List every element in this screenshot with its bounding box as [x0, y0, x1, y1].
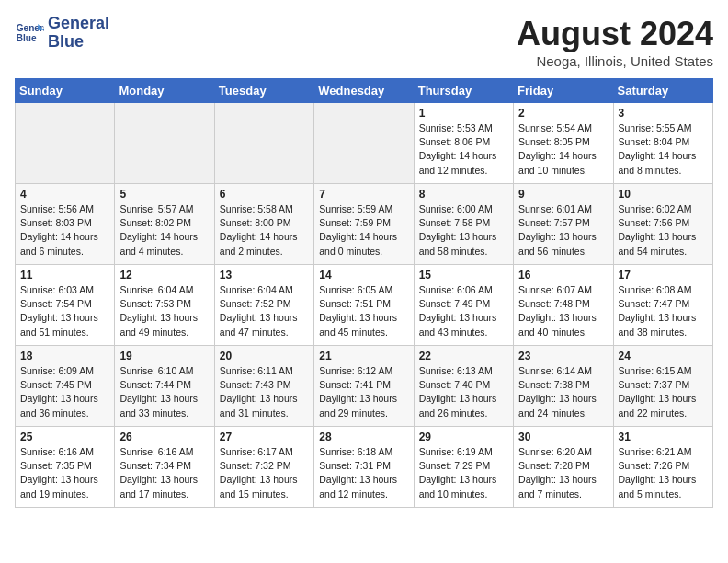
- calendar-cell: 3Sunrise: 5:55 AMSunset: 8:04 PMDaylight…: [613, 103, 712, 184]
- calendar-cell: 23Sunrise: 6:14 AMSunset: 7:38 PMDayligh…: [514, 346, 613, 427]
- day-number: 6: [220, 188, 309, 201]
- cell-text: Sunrise: 6:18 AMSunset: 7:31 PMDaylight:…: [319, 445, 408, 501]
- cell-text: Sunrise: 6:10 AMSunset: 7:44 PMDaylight:…: [119, 364, 209, 420]
- calendar-body: 1Sunrise: 5:53 AMSunset: 8:06 PMDaylight…: [16, 103, 713, 508]
- column-header-monday: Monday: [115, 79, 214, 103]
- cell-text: Sunrise: 6:05 AMSunset: 7:51 PMDaylight:…: [319, 283, 408, 339]
- calendar-cell: 1Sunrise: 5:53 AMSunset: 8:06 PMDaylight…: [414, 103, 513, 184]
- day-number: 12: [119, 269, 209, 282]
- cell-text: Sunrise: 6:13 AMSunset: 7:40 PMDaylight:…: [419, 364, 508, 420]
- cell-text: Sunrise: 6:16 AMSunset: 7:35 PMDaylight:…: [20, 445, 109, 501]
- calendar-cell: 10Sunrise: 6:02 AMSunset: 7:56 PMDayligh…: [613, 184, 712, 265]
- page-header: General Blue GeneralBlue August 2024 Neo…: [15, 15, 713, 69]
- calendar-cell: 14Sunrise: 6:05 AMSunset: 7:51 PMDayligh…: [314, 265, 414, 346]
- day-number: 3: [619, 107, 708, 120]
- cell-text: Sunrise: 6:19 AMSunset: 7:29 PMDaylight:…: [419, 445, 508, 501]
- day-number: 19: [119, 350, 209, 362]
- day-number: 2: [518, 107, 608, 120]
- calendar-cell: 24Sunrise: 6:15 AMSunset: 7:37 PMDayligh…: [613, 346, 712, 427]
- calendar-cell: 20Sunrise: 6:11 AMSunset: 7:43 PMDayligh…: [214, 346, 313, 427]
- calendar-cell: 27Sunrise: 6:17 AMSunset: 7:32 PMDayligh…: [214, 427, 313, 508]
- week-row-3: 11Sunrise: 6:03 AMSunset: 7:54 PMDayligh…: [16, 265, 713, 346]
- calendar-cell: 9Sunrise: 6:01 AMSunset: 7:57 PMDaylight…: [514, 184, 613, 265]
- day-number: 24: [619, 350, 708, 362]
- cell-text: Sunrise: 5:57 AMSunset: 8:02 PMDaylight:…: [119, 202, 209, 259]
- day-number: 7: [319, 188, 408, 201]
- cell-text: Sunrise: 5:55 AMSunset: 8:04 PMDaylight:…: [619, 121, 708, 178]
- cell-text: Sunrise: 6:00 AMSunset: 7:58 PMDaylight:…: [419, 202, 508, 259]
- cell-text: Sunrise: 5:58 AMSunset: 8:00 PMDaylight:…: [220, 202, 309, 259]
- cell-text: Sunrise: 6:17 AMSunset: 7:32 PMDaylight:…: [220, 445, 309, 501]
- cell-text: Sunrise: 6:11 AMSunset: 7:43 PMDaylight:…: [220, 364, 309, 420]
- title-block: August 2024 Neoga, Illinois, United Stat…: [517, 15, 713, 69]
- calendar-cell: 26Sunrise: 6:16 AMSunset: 7:34 PMDayligh…: [115, 427, 214, 508]
- calendar-cell: 21Sunrise: 6:12 AMSunset: 7:41 PMDayligh…: [314, 346, 414, 427]
- calendar-cell: 29Sunrise: 6:19 AMSunset: 7:29 PMDayligh…: [414, 427, 513, 508]
- day-number: 1: [419, 107, 508, 120]
- day-number: 8: [419, 188, 508, 201]
- day-number: 14: [319, 269, 408, 282]
- day-number: 4: [20, 188, 109, 201]
- cell-text: Sunrise: 6:06 AMSunset: 7:49 PMDaylight:…: [419, 283, 508, 339]
- column-header-thursday: Thursday: [414, 79, 513, 103]
- column-header-wednesday: Wednesday: [314, 79, 414, 103]
- week-row-1: 1Sunrise: 5:53 AMSunset: 8:06 PMDaylight…: [16, 103, 713, 184]
- logo-icon: General Blue: [15, 20, 44, 46]
- column-header-friday: Friday: [514, 79, 613, 103]
- cell-text: Sunrise: 6:03 AMSunset: 7:54 PMDaylight:…: [20, 283, 109, 339]
- cell-text: Sunrise: 5:59 AMSunset: 7:59 PMDaylight:…: [319, 202, 408, 259]
- day-number: 29: [419, 431, 508, 443]
- day-number: 11: [20, 269, 109, 282]
- day-number: 21: [319, 350, 408, 362]
- cell-text: Sunrise: 6:01 AMSunset: 7:57 PMDaylight:…: [518, 202, 608, 259]
- day-number: 16: [518, 269, 608, 282]
- calendar-cell: 18Sunrise: 6:09 AMSunset: 7:45 PMDayligh…: [16, 346, 115, 427]
- cell-text: Sunrise: 6:20 AMSunset: 7:28 PMDaylight:…: [518, 445, 608, 501]
- calendar-cell: 15Sunrise: 6:06 AMSunset: 7:49 PMDayligh…: [414, 265, 513, 346]
- calendar-cell: 8Sunrise: 6:00 AMSunset: 7:58 PMDaylight…: [414, 184, 513, 265]
- cell-text: Sunrise: 6:04 AMSunset: 7:53 PMDaylight:…: [119, 283, 209, 339]
- cell-text: Sunrise: 6:16 AMSunset: 7:34 PMDaylight:…: [119, 445, 209, 501]
- calendar-cell: 5Sunrise: 5:57 AMSunset: 8:02 PMDaylight…: [115, 184, 214, 265]
- logo-text: GeneralBlue: [48, 15, 109, 52]
- day-number: 13: [220, 269, 309, 282]
- calendar-header: SundayMondayTuesdayWednesdayThursdayFrid…: [16, 79, 713, 103]
- cell-text: Sunrise: 5:56 AMSunset: 8:03 PMDaylight:…: [20, 202, 109, 259]
- calendar-cell: 6Sunrise: 5:58 AMSunset: 8:00 PMDaylight…: [214, 184, 313, 265]
- calendar-cell: 4Sunrise: 5:56 AMSunset: 8:03 PMDaylight…: [16, 184, 115, 265]
- calendar-cell: 11Sunrise: 6:03 AMSunset: 7:54 PMDayligh…: [16, 265, 115, 346]
- day-number: 20: [220, 350, 309, 362]
- calendar-cell: [314, 103, 414, 184]
- day-number: 27: [220, 431, 309, 443]
- cell-text: Sunrise: 6:04 AMSunset: 7:52 PMDaylight:…: [220, 283, 309, 339]
- day-number: 5: [119, 188, 209, 201]
- cell-text: Sunrise: 6:15 AMSunset: 7:37 PMDaylight:…: [619, 364, 708, 420]
- header-row: SundayMondayTuesdayWednesdayThursdayFrid…: [16, 79, 713, 103]
- location: Neoga, Illinois, United States: [517, 53, 713, 69]
- calendar-cell: [214, 103, 313, 184]
- calendar-cell: 22Sunrise: 6:13 AMSunset: 7:40 PMDayligh…: [414, 346, 513, 427]
- cell-text: Sunrise: 5:54 AMSunset: 8:05 PMDaylight:…: [518, 121, 608, 178]
- calendar-cell: 31Sunrise: 6:21 AMSunset: 7:26 PMDayligh…: [613, 427, 712, 508]
- calendar-cell: 19Sunrise: 6:10 AMSunset: 7:44 PMDayligh…: [115, 346, 214, 427]
- calendar-cell: 28Sunrise: 6:18 AMSunset: 7:31 PMDayligh…: [314, 427, 414, 508]
- day-number: 31: [619, 431, 708, 443]
- calendar-cell: 30Sunrise: 6:20 AMSunset: 7:28 PMDayligh…: [514, 427, 613, 508]
- cell-text: Sunrise: 6:14 AMSunset: 7:38 PMDaylight:…: [518, 364, 608, 420]
- calendar-cell: 12Sunrise: 6:04 AMSunset: 7:53 PMDayligh…: [115, 265, 214, 346]
- calendar-cell: 16Sunrise: 6:07 AMSunset: 7:48 PMDayligh…: [514, 265, 613, 346]
- calendar-cell: 25Sunrise: 6:16 AMSunset: 7:35 PMDayligh…: [16, 427, 115, 508]
- cell-text: Sunrise: 6:21 AMSunset: 7:26 PMDaylight:…: [619, 445, 708, 501]
- calendar-cell: 13Sunrise: 6:04 AMSunset: 7:52 PMDayligh…: [214, 265, 313, 346]
- day-number: 9: [518, 188, 608, 201]
- calendar-cell: 7Sunrise: 5:59 AMSunset: 7:59 PMDaylight…: [314, 184, 414, 265]
- day-number: 17: [619, 269, 708, 282]
- week-row-2: 4Sunrise: 5:56 AMSunset: 8:03 PMDaylight…: [16, 184, 713, 265]
- cell-text: Sunrise: 6:09 AMSunset: 7:45 PMDaylight:…: [20, 364, 109, 420]
- column-header-saturday: Saturday: [613, 79, 712, 103]
- calendar-cell: [115, 103, 214, 184]
- day-number: 28: [319, 431, 408, 443]
- day-number: 23: [518, 350, 608, 362]
- calendar-cell: [16, 103, 115, 184]
- cell-text: Sunrise: 6:02 AMSunset: 7:56 PMDaylight:…: [619, 202, 708, 259]
